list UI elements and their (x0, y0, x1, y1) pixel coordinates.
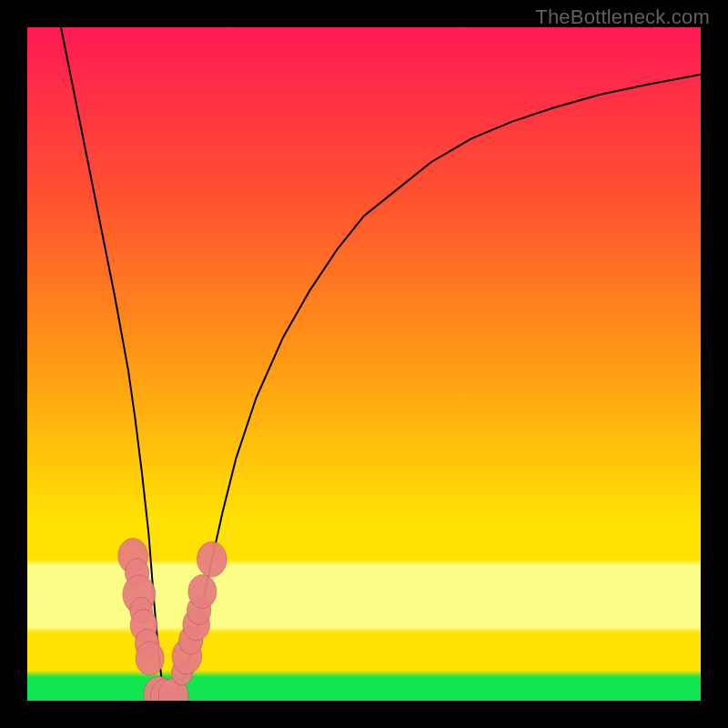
data-marker (136, 642, 164, 675)
data-marker (197, 541, 228, 577)
chart-frame: TheBottleneck.com (0, 0, 728, 728)
plot-area (27, 27, 701, 701)
data-marker (188, 575, 217, 609)
chart-svg (27, 27, 701, 701)
watermark-text: TheBottleneck.com (535, 5, 710, 29)
